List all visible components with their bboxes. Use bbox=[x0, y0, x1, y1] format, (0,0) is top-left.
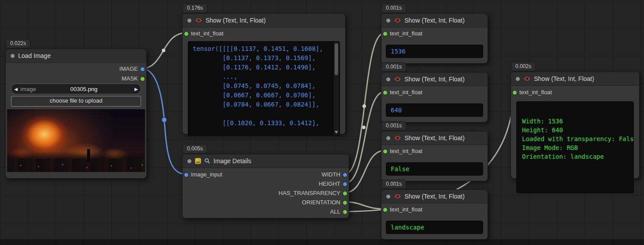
timing-badge: 0.176s bbox=[183, 4, 207, 13]
value-display[interactable]: landscape bbox=[386, 221, 483, 234]
tensor-text-area[interactable]: tensor([[[[0.1137, 0.1451, 0.1608], [0.1… bbox=[188, 41, 340, 136]
node-status-dot[interactable] bbox=[10, 54, 15, 58]
buildings-silhouette bbox=[7, 159, 145, 172]
value-display[interactable]: 1536 bbox=[386, 45, 483, 58]
node-titlebar[interactable]: Show (Text, Int, Float) bbox=[183, 14, 345, 27]
node-titlebar[interactable]: Show (Text, Int, Float) bbox=[381, 131, 488, 145]
node-title: Show (Text, Int, Float) bbox=[404, 134, 465, 142]
summary-line: Width: 1536 bbox=[522, 117, 628, 126]
output-port-all[interactable] bbox=[343, 210, 347, 214]
timing-badge: 0.001s bbox=[381, 180, 406, 189]
node-show-height[interactable]: 0.001s Show (Text, Int, Float) text_int_… bbox=[381, 72, 488, 122]
tensor-line: [[0.1020, 0.1333, 0.1412], bbox=[193, 119, 330, 128]
picture-icon bbox=[195, 158, 201, 164]
input-port-text-int-float[interactable] bbox=[383, 31, 388, 36]
node-title: Show (Text, Int, Float) bbox=[404, 17, 465, 24]
tensor-line: [0.0667, 0.0667, 0.0706], bbox=[193, 91, 330, 100]
output-port-image[interactable] bbox=[140, 67, 145, 72]
value-display[interactable]: 640 bbox=[386, 103, 483, 117]
timing-badge: 0.001s bbox=[381, 4, 406, 13]
input-port-text-int-float[interactable] bbox=[184, 31, 189, 36]
input-port-text-int-float[interactable] bbox=[383, 90, 388, 95]
input-label: text_int_float bbox=[191, 30, 224, 38]
timing-badge: 0.005s bbox=[183, 144, 207, 153]
value-display[interactable]: False bbox=[386, 162, 483, 176]
canvas-bottom-edge bbox=[0, 239, 644, 245]
combo-prev-icon[interactable]: ◀ bbox=[11, 87, 20, 92]
eye-icon bbox=[394, 194, 401, 199]
choose-file-button[interactable]: choose file to upload bbox=[11, 96, 141, 107]
node-status-dot[interactable] bbox=[386, 194, 391, 199]
input-port-text-int-float[interactable] bbox=[383, 149, 388, 154]
node-title: Image Details bbox=[213, 157, 252, 165]
summary-line: Image Mode: RGB bbox=[522, 143, 628, 152]
node-image-details[interactable]: 0.005s Image Details image_input WIDTH H… bbox=[182, 154, 349, 218]
tensor-line: [0.1176, 0.1412, 0.1490], bbox=[193, 63, 330, 72]
output-label-height: HEIGHT bbox=[319, 180, 340, 188]
tower-silhouette bbox=[87, 149, 90, 162]
summary-text-area[interactable]: Width: 1536 Height: 640 Loaded with tran… bbox=[516, 101, 634, 193]
node-titlebar[interactable]: Image Details bbox=[183, 154, 349, 168]
input-port-text-int-float[interactable] bbox=[512, 90, 517, 95]
input-label: text_int_float bbox=[519, 88, 552, 96]
output-label-width: WIDTH bbox=[321, 171, 340, 179]
node-titlebar[interactable]: Load Image bbox=[6, 49, 146, 63]
magnifier-icon bbox=[204, 158, 210, 164]
input-port-text-int-float[interactable] bbox=[383, 207, 388, 212]
node-show-orientation[interactable]: 0.001s Show (Text, Int, Float) text_int_… bbox=[381, 189, 488, 240]
timing-badge: 0.001s bbox=[381, 121, 406, 130]
node-show-width[interactable]: 0.001s Show (Text, Int, Float) text_int_… bbox=[381, 13, 488, 64]
city-lights bbox=[20, 165, 21, 166]
input-label: image_input bbox=[191, 171, 222, 179]
node-titlebar[interactable]: Show (Text, Int, Float) bbox=[381, 73, 488, 86]
node-status-dot[interactable] bbox=[515, 77, 520, 81]
combo-next-icon[interactable]: ▶ bbox=[132, 87, 141, 92]
image-combo-widget[interactable]: ◀ image 00305.png ▶ bbox=[11, 84, 141, 94]
combo-value: 00305.png bbox=[36, 86, 132, 92]
tensor-line: [0.0784, 0.0667, 0.0824]], bbox=[193, 100, 330, 109]
node-graph-canvas[interactable]: 0.022s Load Image IMAGE MASK ◀ image 003… bbox=[0, 0, 644, 245]
combo-label: image bbox=[20, 86, 36, 92]
node-status-dot[interactable] bbox=[386, 18, 391, 23]
node-status-dot[interactable] bbox=[386, 77, 391, 82]
eye-icon bbox=[394, 135, 401, 141]
summary-line: Orientation: landscape bbox=[522, 152, 628, 161]
node-titlebar[interactable]: Show (Text, Int, Float) bbox=[511, 72, 639, 86]
input-label: text_int_float bbox=[390, 147, 423, 155]
output-label-mask: MASK bbox=[122, 75, 138, 83]
scrollbar[interactable] bbox=[334, 42, 339, 135]
input-label: text_int_float bbox=[390, 206, 423, 214]
tensor-line: [0.0745, 0.0745, 0.0784], bbox=[193, 81, 330, 91]
node-load-image[interactable]: 0.022s Load Image IMAGE MASK ◀ image 003… bbox=[5, 49, 147, 179]
image-preview bbox=[7, 109, 145, 172]
input-label: text_int_float bbox=[390, 88, 423, 96]
output-port-height[interactable] bbox=[343, 182, 347, 187]
output-port-mask[interactable] bbox=[140, 77, 145, 81]
node-status-dot[interactable] bbox=[187, 159, 192, 164]
tensor-line bbox=[193, 109, 330, 119]
output-port-has-transparency[interactable] bbox=[343, 191, 347, 196]
node-title: Show (Text, Int, Float) bbox=[206, 17, 266, 24]
eye-icon bbox=[394, 18, 401, 23]
summary-line: Height: 640 bbox=[522, 126, 628, 134]
node-show-transparency[interactable]: 0.001s Show (Text, Int, Float) text_int_… bbox=[381, 131, 488, 181]
node-titlebar[interactable]: Show (Text, Int, Float) bbox=[381, 14, 488, 27]
node-status-dot[interactable] bbox=[187, 18, 192, 23]
timing-badge: 0.001s bbox=[381, 62, 406, 72]
node-show-tensor[interactable]: 0.176s Show (Text, Int, Float) text_int_… bbox=[182, 13, 346, 134]
scroll-down-icon[interactable] bbox=[335, 131, 338, 134]
node-show-all[interactable]: 0.002s Show (Text, Int, Float) text_int_… bbox=[511, 72, 640, 179]
node-title: Show (Text, Int, Float) bbox=[534, 75, 594, 82]
tensor-line: ..., bbox=[193, 72, 330, 81]
timing-badge: 0.022s bbox=[6, 39, 30, 48]
eye-icon bbox=[523, 76, 531, 81]
output-port-orientation[interactable] bbox=[343, 200, 347, 205]
timing-badge: 0.002s bbox=[511, 62, 536, 71]
node-titlebar[interactable]: Show (Text, Int, Float) bbox=[381, 190, 488, 203]
tensor-line: [0.1137, 0.1373, 0.1569], bbox=[193, 54, 330, 63]
output-label-image: IMAGE bbox=[119, 65, 138, 73]
output-port-width[interactable] bbox=[343, 172, 347, 177]
node-status-dot[interactable] bbox=[386, 136, 391, 141]
scrollbar-thumb[interactable] bbox=[335, 43, 338, 75]
input-port-image-input[interactable] bbox=[184, 172, 189, 177]
